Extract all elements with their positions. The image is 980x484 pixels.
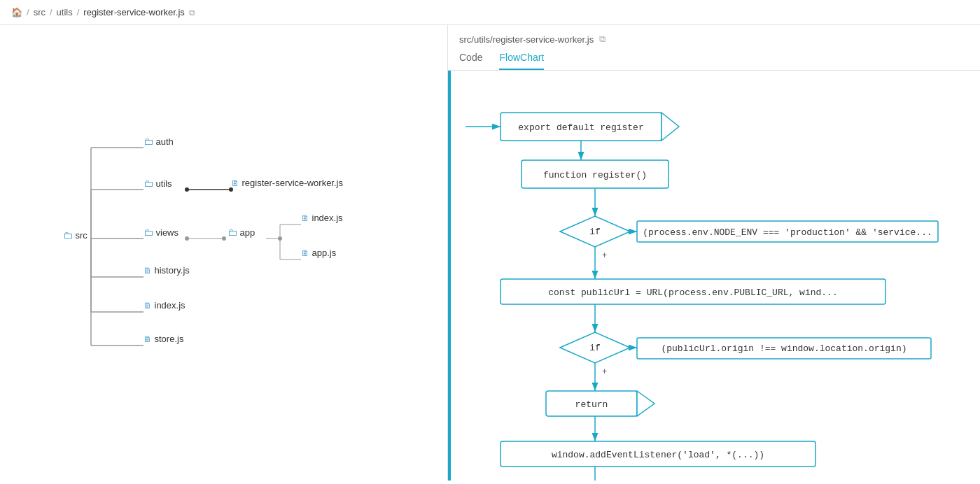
- svg-text:(process.env.NODE_ENV === 'pro: (process.env.NODE_ENV === 'production' &…: [643, 227, 932, 238]
- svg-marker-29: [662, 113, 679, 141]
- file-path-text: src/utils/register-service-worker.js: [459, 34, 594, 45]
- file-icon-register: 🗎: [231, 178, 239, 188]
- file-icon-index: 🗎: [144, 301, 152, 311]
- tree-label-auth: auth: [156, 136, 174, 147]
- flowchart-svg: export default register function registe…: [462, 85, 966, 481]
- file-icon-app-js: 🗎: [301, 248, 309, 258]
- svg-text:window.addEventListener('load': window.addEventListener('load', *(...)): [552, 450, 764, 460]
- left-accent-bar: [448, 71, 451, 481]
- svg-text:+: +: [602, 251, 607, 261]
- tree-lines-svg: [14, 39, 434, 445]
- file-path-bar: src/utils/register-service-worker.js ⧉: [459, 34, 969, 45]
- breadcrumb-src[interactable]: src: [34, 7, 46, 17]
- flowchart-area[interactable]: export default register function registe…: [448, 71, 980, 481]
- svg-text:(publicUrl.origin !== window.l: (publicUrl.origin !== window.location.or…: [661, 343, 906, 354]
- svg-point-18: [222, 236, 226, 241]
- tree-label-app-js: app.js: [312, 248, 337, 258]
- home-icon[interactable]: 🏠: [11, 7, 22, 17]
- folder-icon-app: 🗀: [227, 227, 237, 238]
- folder-icon-views: 🗀: [144, 227, 153, 238]
- svg-point-17: [185, 236, 189, 241]
- svg-text:if: if: [589, 227, 601, 237]
- file-tree-panel: 🗀 src 🗀 auth 🗀 utils 🗎 register-service-…: [0, 25, 448, 481]
- breadcrumb-file: register-service-worker.js: [83, 7, 184, 17]
- breadcrumb-sep-1: /: [27, 7, 29, 17]
- file-icon-history: 🗎: [144, 266, 152, 276]
- svg-text:return: return: [575, 399, 608, 410]
- file-icon-index-app: 🗎: [301, 213, 309, 223]
- folder-icon-src: 🗀: [63, 229, 73, 241]
- tree-node-index[interactable]: 🗎 index.js: [144, 300, 186, 311]
- svg-text:export default register: export default register: [518, 122, 643, 133]
- svg-text:+: +: [602, 367, 607, 377]
- tree-node-store[interactable]: 🗎 store.js: [144, 334, 184, 344]
- svg-text:if: if: [589, 343, 601, 353]
- tree-node-auth[interactable]: 🗀 auth: [144, 136, 174, 147]
- tree-node-app[interactable]: 🗀 app: [227, 227, 255, 238]
- svg-point-14: [185, 187, 189, 192]
- svg-text:const publicUrl = URL(process.: const publicUrl = URL(process.env.PUBLIC…: [548, 287, 837, 298]
- tree-node-register[interactable]: 🗎 register-service-worker.js: [231, 178, 343, 188]
- tree-container: 🗀 src 🗀 auth 🗀 utils 🗎 register-service-…: [14, 39, 434, 445]
- tree-label-history: history.js: [155, 265, 190, 276]
- svg-marker-53: [637, 391, 654, 416]
- file-path-copy-icon[interactable]: ⧉: [599, 34, 606, 45]
- svg-point-23: [278, 236, 282, 241]
- tree-label-index-app: index.js: [312, 213, 343, 223]
- breadcrumb: 🏠 / src / utils / register-service-worke…: [0, 0, 980, 25]
- main-layout: 🗀 src 🗀 auth 🗀 utils 🗎 register-service-…: [0, 25, 980, 481]
- breadcrumb-sep-3: /: [77, 7, 80, 17]
- right-panel: src/utils/register-service-worker.js ⧉ C…: [448, 25, 980, 481]
- breadcrumb-sep-2: /: [50, 7, 52, 17]
- tree-node-views[interactable]: 🗀 views: [144, 227, 179, 238]
- tree-label-src: src: [76, 230, 88, 241]
- file-icon-store: 🗎: [144, 334, 152, 344]
- tree-label-views: views: [156, 227, 179, 238]
- svg-text:function register(): function register(): [543, 170, 647, 180]
- tree-node-index-app[interactable]: 🗎 index.js: [301, 213, 343, 223]
- tree-label-index: index.js: [155, 300, 186, 311]
- tree-node-history[interactable]: 🗎 history.js: [144, 265, 190, 276]
- tree-node-app-js[interactable]: 🗎 app.js: [301, 248, 337, 258]
- tree-node-utils[interactable]: 🗀 utils: [144, 178, 172, 189]
- tree-node-src[interactable]: 🗀 src: [63, 229, 88, 241]
- tree-label-app: app: [240, 227, 255, 238]
- breadcrumb-copy-icon[interactable]: ⧉: [189, 8, 195, 17]
- tab-flowchart[interactable]: FlowChart: [499, 52, 544, 70]
- folder-icon-auth: 🗀: [144, 136, 153, 147]
- breadcrumb-utils[interactable]: utils: [57, 7, 73, 17]
- right-header: src/utils/register-service-worker.js ⧉ C…: [448, 25, 980, 71]
- folder-icon-utils: 🗀: [144, 178, 153, 189]
- tree-label-utils: utils: [156, 178, 172, 189]
- tree-label-store: store.js: [155, 334, 184, 344]
- tree-label-register: register-service-worker.js: [242, 178, 343, 188]
- tabs: Code FlowChart: [459, 52, 969, 70]
- tab-code[interactable]: Code: [459, 52, 482, 70]
